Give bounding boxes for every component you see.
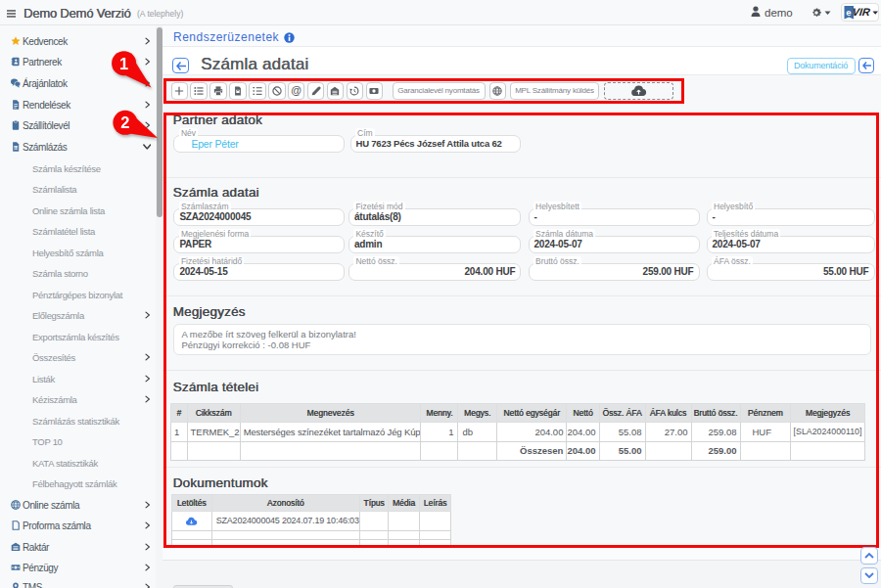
svg-text:1: 1 bbox=[119, 55, 128, 72]
svg-text:2: 2 bbox=[120, 113, 129, 131]
svg-text:VIR: VIR bbox=[851, 6, 870, 18]
svg-text:e: e bbox=[846, 6, 851, 17]
